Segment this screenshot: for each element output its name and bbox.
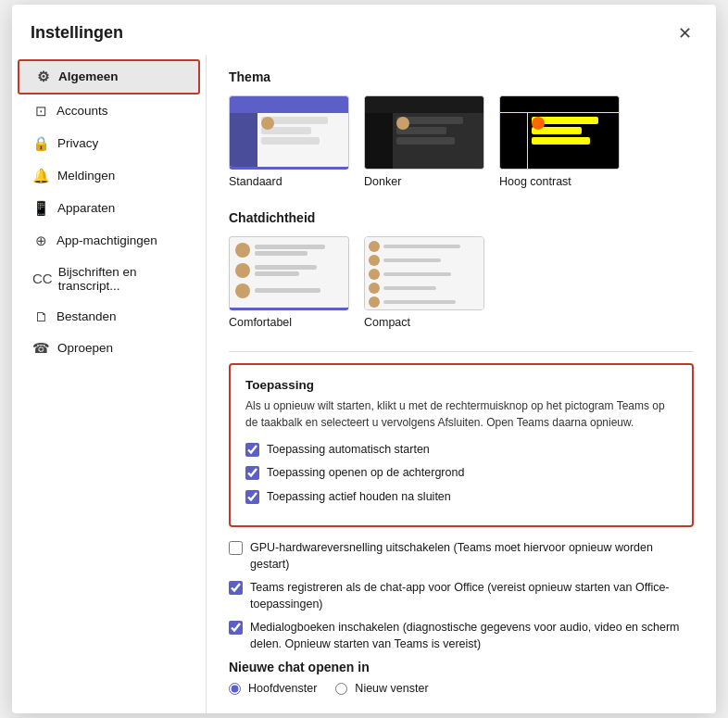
- checkbox-media-log-input[interactable]: [229, 621, 243, 635]
- meldingen-icon: 🔔: [32, 168, 50, 184]
- sidebar: ⚙Algemeen⊡Accounts🔒Privacy🔔Meldingen📱App…: [12, 55, 207, 714]
- algemeen-icon: ⚙: [34, 69, 51, 85]
- sidebar-item-label-app-machtigingen: App-machtigingen: [56, 233, 157, 247]
- main-content: Thema: [207, 55, 716, 714]
- sidebar-item-label-bijschriften: Bijschriften en transcript...: [58, 265, 189, 293]
- bijschriften-icon: CC: [32, 271, 51, 286]
- checkbox-gpu: GPU-hardwareversnelling uitschakelen (Te…: [229, 540, 694, 573]
- sidebar-item-label-bestanden: Bestanden: [56, 309, 117, 323]
- close-button[interactable]: ✕: [672, 19, 697, 47]
- sidebar-item-label-apparaten: Apparaten: [57, 201, 115, 215]
- nieuwe-chat-title: Nieuwe chat openen in: [229, 660, 694, 674]
- sidebar-item-label-privacy: Privacy: [57, 136, 98, 150]
- checkbox-chat-app: Teams registreren als de chat-app voor O…: [229, 580, 694, 612]
- divider-1: [229, 351, 694, 352]
- oproepen-icon: ☎: [32, 340, 50, 357]
- checkbox-chat-app-label[interactable]: Teams registreren als de chat-app voor O…: [250, 580, 694, 612]
- theme-thumbnail-hoog-contrast: [499, 95, 620, 170]
- sidebar-item-algemeen[interactable]: ⚙Algemeen: [18, 59, 200, 94]
- sidebar-item-label-meldingen: Meldingen: [57, 169, 115, 183]
- density-item-compact[interactable]: Compact: [364, 236, 484, 329]
- theme-item-standaard[interactable]: Standaard: [229, 95, 349, 188]
- density-thumbnail-compact: [364, 236, 484, 310]
- sidebar-item-privacy[interactable]: 🔒Privacy: [18, 128, 200, 159]
- app-machtigingen-icon: ⊕: [32, 233, 49, 249]
- bestanden-icon: 🗋: [32, 309, 49, 324]
- theme-label-standaard: Standaard: [229, 175, 282, 188]
- sidebar-item-oproepen[interactable]: ☎Oproepen: [18, 333, 200, 364]
- sidebar-item-bestanden[interactable]: 🗋Bestanden: [18, 301, 200, 332]
- sidebar-item-bijschriften[interactable]: CCBijschriften en transcript...: [18, 258, 200, 300]
- density-label-compact: Compact: [364, 316, 410, 329]
- density-section-title: Chatdichtheid: [229, 210, 694, 225]
- dialog-body: ⚙Algemeen⊡Accounts🔒Privacy🔔Meldingen📱App…: [12, 55, 716, 714]
- apparaten-icon: 📱: [32, 200, 50, 217]
- toepassing-desc: Als u opnieuw wilt starten, klikt u met …: [245, 397, 677, 431]
- theme-label-donker: Donker: [364, 175, 401, 188]
- checkbox-media-log-label[interactable]: Medialogboeken inschakelen (diagnostisch…: [250, 620, 694, 652]
- checkbox-keep-active: Toepassing actief houden na sluiten: [245, 489, 677, 506]
- checkbox-keep-active-input[interactable]: [245, 490, 259, 504]
- checkbox-auto-start-input[interactable]: [245, 443, 259, 457]
- checkbox-chat-app-input[interactable]: [229, 581, 243, 595]
- toepassing-box: Toepassing Als u opnieuw wilt starten, k…: [229, 363, 694, 528]
- theme-item-hoog-contrast[interactable]: Hoog contrast: [499, 95, 620, 188]
- theme-section-title: Thema: [229, 69, 694, 84]
- accounts-icon: ⊡: [32, 103, 49, 120]
- extra-options: GPU-hardwareversnelling uitschakelen (Te…: [229, 540, 694, 652]
- checkbox-keep-active-label[interactable]: Toepassing actief houden na sluiten: [267, 489, 451, 506]
- density-item-comfortabel[interactable]: Comfortabel: [229, 236, 349, 329]
- checkbox-open-background-label[interactable]: Toepassing openen op de achtergrond: [267, 465, 464, 482]
- dialog-title: Instellingen: [31, 23, 123, 43]
- sidebar-item-label-algemeen: Algemeen: [58, 69, 119, 83]
- nieuwe-chat-section: Nieuwe chat openen in Hoofdvenster Nieuw…: [229, 660, 694, 695]
- checkbox-media-log: Medialogboeken inschakelen (diagnostisch…: [229, 620, 694, 652]
- dialog-header: Instellingen ✕: [12, 5, 716, 55]
- checkbox-gpu-input[interactable]: [229, 541, 243, 555]
- density-thumbnail-comfortabel: [229, 236, 349, 310]
- radio-hoofdvenster: Hoofdvenster: [229, 682, 317, 695]
- radio-nieuw-venster-label[interactable]: Nieuw venster: [355, 682, 428, 695]
- sidebar-item-apparaten[interactable]: 📱Apparaten: [18, 193, 200, 224]
- theme-thumbnail-donker: [364, 95, 484, 170]
- theme-label-hoog-contrast: Hoog contrast: [499, 175, 571, 188]
- nieuwe-chat-options: Hoofdvenster Nieuw venster: [229, 682, 694, 695]
- checkbox-auto-start: Toepassing automatisch starten: [245, 442, 677, 459]
- density-grid: Comfortabel Compact: [229, 236, 694, 329]
- radio-nieuw-venster: Nieuw venster: [335, 682, 428, 695]
- sidebar-item-accounts[interactable]: ⊡Accounts: [18, 95, 200, 127]
- sidebar-item-label-oproepen: Oproepen: [57, 341, 113, 355]
- checkbox-auto-start-label[interactable]: Toepassing automatisch starten: [267, 442, 430, 459]
- checkbox-gpu-label[interactable]: GPU-hardwareversnelling uitschakelen (Te…: [250, 540, 694, 573]
- sidebar-item-app-machtigingen[interactable]: ⊕App-machtigingen: [18, 225, 200, 257]
- privacy-icon: 🔒: [32, 135, 50, 152]
- radio-hoofdvenster-label[interactable]: Hoofdvenster: [248, 682, 317, 695]
- radio-hoofdvenster-input[interactable]: [229, 683, 241, 695]
- checkbox-open-background: Toepassing openen op de achtergrond: [245, 465, 677, 482]
- sidebar-item-meldingen[interactable]: 🔔Meldingen: [18, 160, 200, 192]
- checkbox-open-background-input[interactable]: [245, 466, 259, 480]
- theme-item-donker[interactable]: Donker: [364, 95, 484, 188]
- toepassing-title: Toepassing: [245, 378, 677, 392]
- radio-nieuw-venster-input[interactable]: [335, 683, 347, 695]
- sidebar-item-label-accounts: Accounts: [56, 104, 108, 118]
- theme-thumbnail-standaard: [229, 95, 349, 170]
- density-label-comfortabel: Comfortabel: [229, 316, 292, 329]
- settings-dialog: Instellingen ✕ ⚙Algemeen⊡Accounts🔒Privac…: [12, 5, 716, 714]
- theme-grid: Standaard: [229, 95, 694, 188]
